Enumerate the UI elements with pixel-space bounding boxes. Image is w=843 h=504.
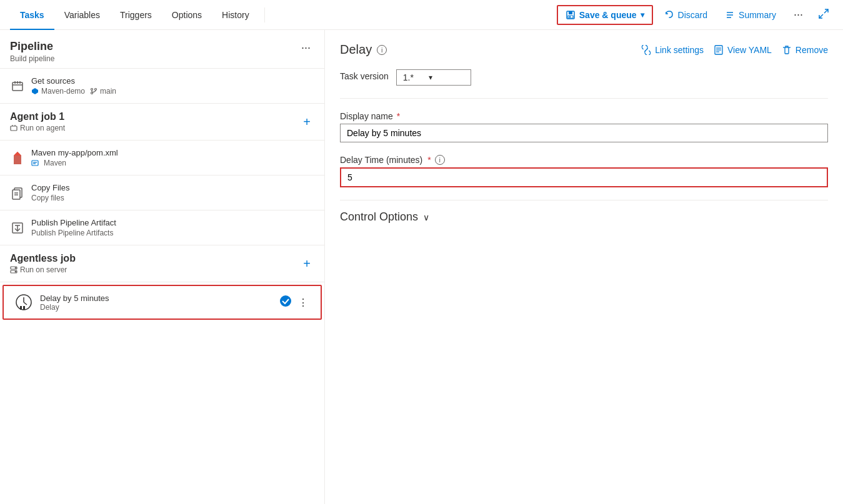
svg-line-8: [819, 14, 823, 18]
publish-artifact-icon: [10, 220, 25, 235]
summary-button[interactable]: Summary: [719, 6, 782, 24]
repo-name: Maven-demo: [41, 87, 85, 96]
maven-task-item[interactable]: Maven my-app/pom.xml Maven: [0, 141, 324, 175]
expand-icon[interactable]: [814, 4, 833, 26]
task-header: Delay i Link settings: [340, 42, 828, 57]
delay-task-item[interactable]: Delay by 5 minutes Delay ⋮: [2, 285, 322, 320]
copy-files-sub: Copy files: [31, 194, 64, 202]
svg-line-7: [824, 9, 828, 13]
task-version-row: Task version 1.* ▾: [340, 69, 828, 86]
copy-files-item[interactable]: Copy Files Copy files: [0, 175, 324, 210]
save-icon: [566, 10, 576, 20]
agentless-job-header: Agentless job Run on server +: [0, 245, 324, 282]
toolbar: Save & queue ▾ Discard Summary ···: [557, 4, 833, 26]
publish-artifact-sub: Publish Pipeline Artifacts: [31, 229, 113, 237]
nav-divider: [264, 7, 265, 22]
branch-name: main: [100, 87, 116, 96]
pipeline-subtitle: Build pipeline: [10, 54, 54, 63]
control-options-label: Control Options: [340, 210, 418, 224]
agent-job-title: Agent job 1: [10, 111, 65, 122]
discard-icon: [664, 10, 674, 20]
pipeline-info: Pipeline Build pipeline: [10, 40, 54, 63]
control-options-chevron: ∨: [423, 212, 429, 222]
save-queue-button[interactable]: Save & queue ▾: [557, 5, 653, 25]
discard-button[interactable]: Discard: [658, 6, 714, 24]
tab-options[interactable]: Options: [162, 0, 212, 30]
display-name-row: Display name *: [340, 111, 828, 142]
tab-variables[interactable]: Variables: [54, 0, 110, 30]
delay-time-info-icon[interactable]: i: [435, 155, 445, 165]
maven-sub-icon: [31, 159, 39, 167]
agentless-job-title: Agentless job: [10, 253, 76, 264]
main-layout: Pipeline Build pipeline ··· Get: [0, 30, 843, 504]
maven-icon: [10, 151, 25, 166]
svg-point-16: [95, 89, 97, 91]
top-nav: Tasks Variables Triggers Options History…: [0, 0, 843, 30]
summary-icon: [725, 10, 735, 20]
copy-files-title: Copy Files: [31, 183, 69, 192]
svg-point-15: [91, 89, 93, 91]
svg-point-35: [15, 271, 16, 272]
check-icon: [279, 295, 292, 310]
svg-rect-19: [11, 126, 17, 131]
maven-task-sub: Maven: [44, 159, 66, 167]
svg-line-42: [645, 48, 648, 51]
svg-rect-40: [23, 306, 25, 310]
svg-rect-1: [569, 11, 572, 14]
remove-button[interactable]: Remove: [782, 45, 828, 55]
svg-point-34: [15, 267, 16, 269]
right-panel: Delay i Link settings: [325, 30, 843, 504]
link-settings-button[interactable]: Link settings: [641, 45, 704, 55]
tab-triggers[interactable]: Triggers: [110, 0, 162, 30]
svg-rect-3: [569, 16, 571, 17]
delay-task-icon: [14, 292, 34, 312]
delay-time-label: Delay Time (minutes) * i: [340, 155, 828, 165]
pipeline-header: Pipeline Build pipeline ···: [0, 30, 324, 69]
task-version-select[interactable]: 1.* ▾: [396, 69, 471, 86]
tab-tasks[interactable]: Tasks: [10, 0, 54, 30]
display-name-input[interactable]: [340, 124, 828, 142]
get-sources-icon: [10, 79, 25, 94]
copy-files-icon: [10, 185, 25, 200]
yaml-icon: [714, 45, 724, 55]
agent-job-sub: Run on agent: [20, 124, 65, 132]
repo-icon: [31, 87, 39, 95]
delay-task-title: Delay by 5 minutes: [40, 294, 273, 303]
server-icon: [10, 266, 17, 274]
delay-task-sub: Delay: [40, 303, 273, 312]
delay-time-input[interactable]: [340, 167, 828, 187]
agentless-job-add-button[interactable]: +: [299, 255, 314, 272]
svg-line-38: [24, 302, 27, 305]
get-sources-title: Get sources: [31, 76, 116, 86]
svg-rect-22: [32, 161, 38, 166]
view-yaml-button[interactable]: View YAML: [714, 45, 772, 55]
agent-job-add-button[interactable]: +: [299, 114, 314, 131]
control-options-section[interactable]: Control Options ∨: [340, 200, 828, 224]
task-version-label: Task version: [340, 71, 389, 81]
more-options-button[interactable]: ···: [787, 4, 809, 25]
delay-time-row: Delay Time (minutes) * i: [340, 155, 828, 187]
maven-task-title: Maven my-app/pom.xml: [31, 148, 118, 157]
left-panel: Pipeline Build pipeline ··· Get: [0, 30, 325, 504]
task-more-button[interactable]: ⋮: [296, 295, 311, 310]
task-title: Delay i: [340, 42, 387, 57]
trash-icon: [782, 45, 792, 55]
get-sources-item[interactable]: Get sources Maven-demo: [0, 69, 324, 104]
agentless-job-sub: Run on server: [20, 265, 67, 274]
publish-artifact-title: Publish Pipeline Artifact: [31, 218, 116, 227]
branch-icon: [90, 87, 97, 95]
agent-job-header: Agent job 1 Run on agent +: [0, 104, 324, 141]
display-name-label: Display name *: [340, 111, 828, 121]
pipeline-title: Pipeline: [10, 40, 54, 53]
svg-marker-14: [32, 88, 38, 94]
pipeline-more-button[interactable]: ···: [297, 40, 314, 56]
agent-icon: [10, 124, 17, 132]
svg-point-41: [280, 295, 291, 307]
task-info-icon[interactable]: i: [377, 45, 387, 55]
svg-rect-39: [20, 306, 22, 310]
publish-artifact-item[interactable]: Publish Pipeline Artifact Publish Pipeli…: [0, 210, 324, 245]
link-settings-icon: [641, 45, 651, 55]
tab-history[interactable]: History: [212, 0, 259, 30]
